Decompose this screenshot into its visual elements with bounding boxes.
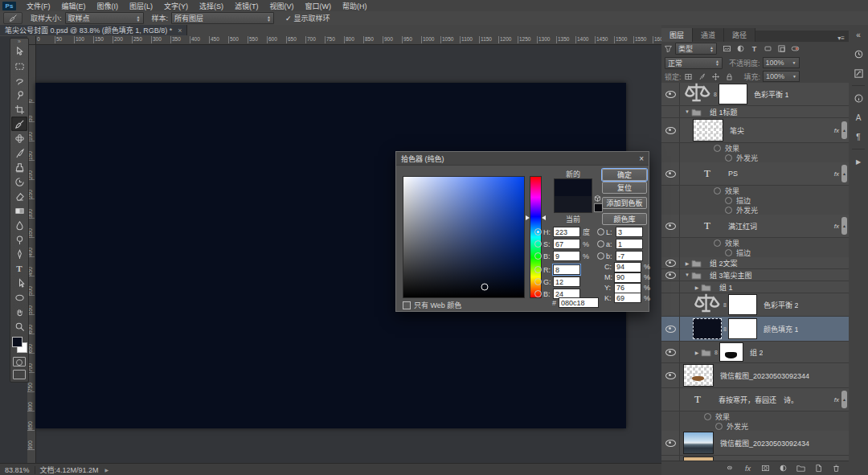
effect-visibility[interactable]	[661, 248, 680, 257]
effect-visibility[interactable]	[661, 205, 680, 215]
layer-row[interactable]: ▼组 3笔尖主图	[661, 269, 849, 281]
color-balance-icon[interactable]	[693, 290, 722, 319]
layer-row[interactable]: ▶8组 2	[661, 342, 849, 363]
sample-size-dropdown[interactable]: 取样点▲▼	[65, 12, 144, 24]
color-libraries-button[interactable]: 颜色库	[602, 213, 647, 225]
character-panel-icon[interactable]: A	[849, 108, 868, 127]
menu-item-9[interactable]: 帮助(H)	[337, 1, 373, 11]
layer-mask-thumbnail[interactable]	[719, 342, 743, 362]
text-layer-icon[interactable]: T	[693, 167, 722, 180]
crop-tool[interactable]	[11, 102, 27, 117]
collapse-effects-icon[interactable]: ▲	[841, 391, 847, 408]
new-group-icon[interactable]	[795, 463, 807, 473]
gradient-tool[interactable]	[11, 203, 27, 218]
layer-visibility-toggle[interactable]	[661, 118, 680, 142]
layer-name[interactable]: 组 1标题	[710, 107, 738, 117]
layer-row[interactable]: 8色彩平衡 2	[661, 293, 849, 317]
filter-shape-icon[interactable]	[762, 43, 774, 54]
quick-select-tool[interactable]	[11, 88, 27, 102]
collapse-effects-icon[interactable]: ▲	[841, 217, 847, 235]
menu-item-6[interactable]: 滤镜(T)	[229, 1, 264, 11]
brush-tool[interactable]	[11, 145, 27, 160]
text-layer-icon[interactable]: T	[693, 219, 722, 232]
layer-visibility-toggle[interactable]	[661, 363, 680, 387]
eraser-tool[interactable]	[11, 189, 27, 203]
c-input[interactable]	[614, 262, 641, 272]
color-balance-icon[interactable]	[683, 83, 712, 109]
layer-visibility-toggle[interactable]	[661, 431, 680, 455]
lasso-tool[interactable]	[11, 73, 27, 88]
collapse-panels-icon[interactable]: «	[849, 25, 868, 44]
menu-item-5[interactable]: 选择(S)	[194, 1, 229, 11]
hand-tool[interactable]	[11, 305, 27, 319]
layer-row[interactable]: 微信截图_20230503092344	[661, 363, 849, 388]
effect-row[interactable]: 外发光	[661, 205, 849, 215]
hex-input[interactable]	[559, 297, 599, 308]
actions-panel-icon[interactable]: ▶	[849, 152, 868, 171]
fill-value[interactable]: 100%▼	[763, 71, 800, 82]
adjustment-new-icon[interactable]	[777, 463, 789, 473]
pen-tool[interactable]	[11, 247, 27, 261]
g-input[interactable]	[553, 276, 580, 287]
effects-header-row[interactable]: 效果	[661, 238, 849, 248]
layer-name[interactable]: 微信截图_20230503092434	[720, 438, 809, 448]
effect-visibility[interactable]	[661, 143, 680, 153]
effects-header-row[interactable]: 效果	[661, 412, 849, 421]
web-colors-checkbox[interactable]: 只有 Web 颜色	[403, 300, 461, 310]
layer-name[interactable]: 组 3笔尖主图	[710, 270, 752, 280]
link-icon[interactable]	[724, 463, 736, 473]
add-to-swatches-button[interactable]: 添加到色板	[602, 197, 647, 209]
layer-name[interactable]: 笔尖	[730, 125, 744, 136]
h-input[interactable]	[553, 227, 580, 237]
dodge-tool[interactable]	[11, 232, 27, 247]
filter-type-icon[interactable]: T	[748, 43, 760, 54]
r-input[interactable]	[553, 264, 580, 275]
history-panel-icon[interactable]	[849, 44, 868, 63]
add-mask-icon[interactable]	[760, 463, 772, 473]
blend-mode-dropdown[interactable]: 正常▲▼	[665, 57, 723, 69]
effect-visibility[interactable]	[661, 153, 680, 162]
layer-row[interactable]: 8色彩平衡 1	[661, 83, 849, 106]
b-radio[interactable]	[534, 252, 542, 260]
show-sampling-ring-checkbox[interactable]: ✓ 显示取样环	[285, 13, 330, 23]
type-tool[interactable]: T	[11, 261, 27, 276]
filter-smart-icon[interactable]	[776, 43, 788, 54]
mask-link-icon[interactable]: 8	[714, 350, 718, 355]
color-swatches[interactable]	[11, 336, 27, 354]
menu-item-4[interactable]: 文字(Y)	[158, 1, 194, 11]
effect-visibility[interactable]	[661, 195, 680, 205]
r-radio[interactable]	[534, 266, 542, 273]
layer-name[interactable]: 颜色填充 1	[764, 324, 799, 334]
layer-visibility-toggle[interactable]	[661, 269, 680, 280]
l-radio[interactable]	[597, 228, 604, 235]
filter-adjustment-icon[interactable]	[735, 43, 747, 54]
history-brush-tool[interactable]	[11, 174, 27, 189]
effects-header-row[interactable]: 效果	[661, 143, 849, 153]
filter-toggle-icon[interactable]	[789, 43, 801, 54]
tab-图层[interactable]: 图层	[661, 28, 693, 42]
tab-通道[interactable]: 通道	[693, 28, 724, 42]
lock-all-icon[interactable]	[723, 72, 735, 82]
b2-radio[interactable]	[534, 290, 542, 297]
layer-visibility-toggle[interactable]	[661, 293, 680, 316]
layer-row[interactable]: ▶组 2文案	[661, 257, 849, 269]
layer-visibility-toggle[interactable]	[661, 257, 680, 268]
mask-link-icon[interactable]: 8	[714, 92, 717, 97]
layer-name[interactable]: PS	[728, 170, 738, 178]
menu-item-1[interactable]: 编辑(E)	[56, 1, 92, 11]
effect-visibility[interactable]	[661, 412, 680, 421]
dialog-title-bar[interactable]: 拾色器 (纯色) ×	[396, 152, 649, 166]
bb-input[interactable]	[616, 251, 643, 261]
color-field[interactable]	[403, 176, 525, 298]
layer-visibility-toggle[interactable]	[661, 162, 680, 185]
layer-row[interactable]: ▼组 1标题	[661, 106, 849, 118]
eyedropper-tool[interactable]	[11, 117, 27, 131]
layer-name[interactable]: 满江红词	[728, 221, 757, 231]
layer-row[interactable]: 笔尖fx▲	[661, 118, 849, 143]
h-radio[interactable]	[534, 228, 542, 235]
layer-name[interactable]: 组 2	[750, 347, 764, 358]
layer-mask-thumbnail[interactable]	[728, 294, 757, 315]
mask-link-icon[interactable]: 8	[723, 302, 727, 308]
effect-visibility[interactable]	[661, 238, 680, 248]
filter-kind-dropdown[interactable]: 类型▲▼	[675, 43, 717, 55]
